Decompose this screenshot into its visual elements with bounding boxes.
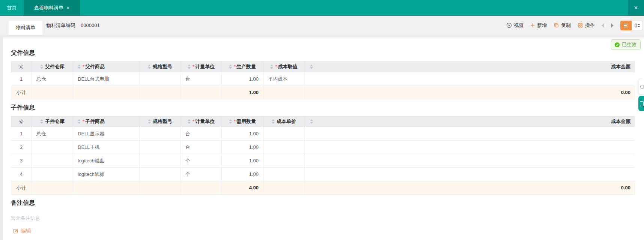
required-mark: * bbox=[193, 64, 194, 69]
cell: 个 bbox=[181, 154, 222, 167]
doc-tab-bom[interactable]: 物料清单 bbox=[9, 21, 42, 35]
edit-remarks-label: 编辑 bbox=[21, 228, 31, 234]
column-header-label: 成本金额 bbox=[611, 118, 630, 125]
floating-help-button[interactable] bbox=[638, 79, 644, 94]
cell: logitech鼠标 bbox=[73, 168, 140, 181]
cell: 总仓 bbox=[32, 127, 73, 140]
subtotal-cell: 4.00 bbox=[222, 181, 263, 194]
column-header-label: *计量单位 bbox=[193, 63, 215, 70]
edit-pencil-icon bbox=[12, 228, 18, 234]
table-row: 1总仓DELL显示器台1.00 bbox=[11, 127, 635, 141]
card-view-button[interactable] bbox=[632, 21, 643, 30]
column-header-5[interactable]: *生产数量 bbox=[222, 61, 263, 72]
floating-doc-button[interactable] bbox=[638, 96, 644, 111]
column-header-4[interactable]: *计量单位 bbox=[181, 116, 222, 127]
sort-arrows-icon bbox=[188, 119, 191, 124]
cell: logitech键盘 bbox=[73, 154, 140, 167]
required-mark: * bbox=[83, 64, 84, 69]
bom-code: 物料清单编码 0000001 bbox=[46, 22, 100, 29]
column-header-label: 规格型号 bbox=[153, 63, 172, 70]
list-view-button[interactable] bbox=[620, 21, 632, 30]
app-root: 首页 查看物料清单 × × 物料清单 物料清单编码 0000001 视频 新增 bbox=[0, 0, 644, 240]
subtotal-cell bbox=[73, 86, 140, 99]
video-label: 视频 bbox=[514, 22, 524, 29]
column-header-7[interactable]: 成本金额 bbox=[305, 61, 635, 72]
column-header-6[interactable]: *成本取值 bbox=[263, 61, 305, 72]
column-header-3[interactable]: 规格型号 bbox=[140, 116, 181, 127]
sort-arrows-icon bbox=[148, 64, 151, 69]
cell: 1.00 bbox=[222, 154, 263, 167]
table-row: 4logitech鼠标个1.00 bbox=[11, 168, 635, 181]
column-header-7[interactable]: 成本金额 bbox=[305, 116, 635, 127]
subtotal-cell bbox=[73, 181, 140, 194]
bom-code-label: 物料清单编码 bbox=[46, 22, 75, 29]
column-header-label: *成本取值 bbox=[275, 63, 297, 70]
doc-sheet-icon bbox=[640, 101, 644, 106]
remarks-title: 备注信息 bbox=[11, 195, 635, 207]
column-header-label: *子件商品 bbox=[83, 118, 105, 125]
toolbar-actions: 视频 新增 复制 操作 bbox=[506, 21, 643, 30]
status-badge: 已生效 bbox=[611, 39, 641, 50]
cell bbox=[32, 154, 73, 167]
section-child: 子件信息子件仓库*子件商品规格型号*计量单位*需用数量成本单价成本金额1总仓DE… bbox=[11, 99, 635, 195]
topbar-tab-active[interactable]: 查看物料清单 × bbox=[24, 0, 80, 16]
edit-remarks-button[interactable]: 编辑 bbox=[12, 228, 31, 234]
column-settings-button[interactable] bbox=[11, 116, 32, 127]
sort-arrows-icon bbox=[270, 64, 273, 69]
topbar-tab-home[interactable]: 首页 bbox=[0, 0, 24, 16]
subtotal-cell: 0.00 bbox=[305, 181, 635, 194]
next-page-icon[interactable] bbox=[611, 23, 614, 28]
video-button[interactable]: 视频 bbox=[506, 22, 524, 29]
cell bbox=[263, 127, 305, 140]
cell: DELL台式电脑 bbox=[73, 72, 140, 86]
cell: 1.00 bbox=[222, 72, 263, 86]
required-mark: * bbox=[234, 118, 236, 124]
column-header-2[interactable]: *父件商品 bbox=[73, 61, 140, 72]
remarks-section: 备注信息 暂无备注信息 编辑 bbox=[11, 195, 635, 236]
table-child: 子件仓库*子件商品规格型号*计量单位*需用数量成本单价成本金额1总仓DELL显示… bbox=[11, 116, 635, 195]
column-header-1[interactable]: 父件仓库 bbox=[32, 61, 73, 72]
cell bbox=[140, 141, 181, 154]
column-header-5[interactable]: *需用数量 bbox=[222, 116, 263, 127]
subtotal-row: 小计4.000.00 bbox=[11, 181, 635, 194]
column-header-label: *需用数量 bbox=[234, 118, 256, 125]
bom-sections: 父件信息父件仓库*父件商品规格型号*计量单位*生产数量*成本取值成本金额1总仓D… bbox=[11, 38, 635, 195]
prev-page-icon[interactable] bbox=[602, 23, 604, 28]
column-settings-button[interactable] bbox=[11, 61, 32, 72]
grid-icon bbox=[578, 22, 583, 28]
cell bbox=[140, 168, 181, 181]
operations-button[interactable]: 操作 bbox=[578, 22, 595, 29]
topbar-spacer bbox=[80, 0, 628, 16]
window-close-button[interactable]: × bbox=[628, 0, 644, 16]
column-header-2[interactable]: *子件商品 bbox=[73, 116, 140, 127]
content-panel: 已生效 父件信息父件仓库*父件商品规格型号*计量单位*生产数量*成本取值成本金额… bbox=[3, 38, 644, 240]
required-mark: * bbox=[193, 118, 194, 124]
subtotal-cell bbox=[181, 181, 222, 194]
cell bbox=[263, 141, 305, 154]
column-header-6[interactable]: 成本单价 bbox=[263, 116, 305, 127]
topbar: 首页 查看物料清单 × × bbox=[0, 0, 644, 16]
plus-icon bbox=[530, 23, 535, 28]
row-number-cell: 4 bbox=[11, 168, 32, 181]
subtotal-cell bbox=[263, 86, 305, 99]
copy-button[interactable]: 复制 bbox=[554, 22, 571, 29]
copy-icon bbox=[554, 22, 559, 28]
required-mark: * bbox=[275, 64, 277, 69]
column-header-1[interactable]: 子件仓库 bbox=[32, 116, 73, 127]
cell bbox=[263, 154, 305, 167]
subtotal-cell: 0.00 bbox=[305, 86, 635, 99]
cell: DELL显示器 bbox=[73, 127, 140, 140]
cell: 总仓 bbox=[32, 72, 73, 86]
column-header-label: *计量单位 bbox=[193, 118, 215, 125]
cell: 台 bbox=[181, 72, 222, 86]
help-ring-icon bbox=[640, 85, 644, 89]
cell: 1.00 bbox=[222, 127, 263, 140]
row-number-cell: 3 bbox=[11, 154, 32, 167]
column-header-3[interactable]: 规格型号 bbox=[140, 61, 181, 72]
row-number-cell: 1 bbox=[11, 127, 32, 140]
list-view-icon bbox=[623, 23, 629, 28]
tab-close-icon[interactable]: × bbox=[66, 5, 69, 10]
add-button[interactable]: 新增 bbox=[530, 22, 547, 29]
cell: 个 bbox=[181, 168, 222, 181]
column-header-4[interactable]: *计量单位 bbox=[181, 61, 222, 72]
